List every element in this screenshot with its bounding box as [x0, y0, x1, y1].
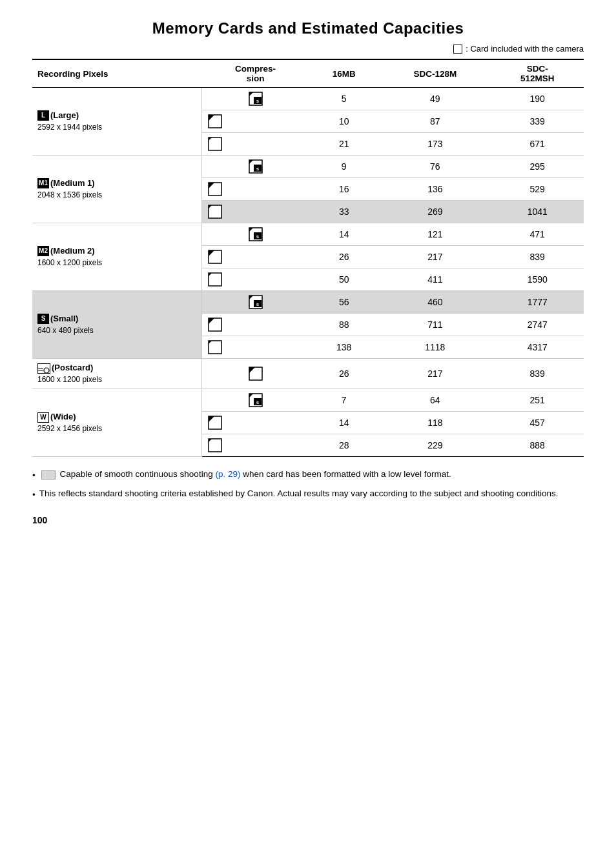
value-512msh: 339	[491, 110, 584, 133]
compression-cell: s	[202, 291, 309, 314]
value-128m: 173	[379, 133, 491, 156]
col-header-recording-pixels: Recording Pixels	[32, 59, 202, 88]
compression-cell	[202, 246, 309, 268]
svg-rect-6	[209, 137, 221, 150]
value-128m: 217	[379, 246, 491, 268]
value-16mb: 14	[309, 412, 379, 434]
svg-text:s: s	[256, 98, 260, 104]
value-128m: 87	[379, 110, 491, 133]
compression-cell	[202, 133, 309, 156]
recording-pixels-cell: M2(Medium 2)1600 x 1200 pixels	[32, 223, 202, 291]
value-16mb: 21	[309, 133, 379, 156]
label-cell: (Postcard)1600 x 1200 pixels	[37, 362, 196, 385]
value-128m: 711	[379, 314, 491, 336]
value-16mb: 10	[309, 110, 379, 133]
note-item-1: • Capable of smooth continuous shooting …	[32, 467, 584, 483]
svg-rect-43	[209, 439, 221, 452]
value-128m: 136	[379, 178, 491, 201]
compression-cell: s	[202, 223, 309, 246]
recording-pixels-cell: S(Small)640 x 480 pixels	[32, 291, 202, 359]
value-128m: 229	[379, 434, 491, 457]
col-header-128m: SDC-128M	[379, 59, 491, 88]
svg-rect-22	[209, 273, 221, 286]
value-512msh: 471	[491, 223, 584, 246]
value-128m: 411	[379, 268, 491, 291]
compression-cell	[202, 268, 309, 291]
compression-cell: s	[202, 88, 309, 110]
note-text-1: Capable of smooth continuous shooting (p…	[39, 467, 451, 481]
bullet-2: •	[32, 488, 36, 502]
value-16mb: 5	[309, 88, 379, 110]
value-16mb: 50	[309, 268, 379, 291]
value-512msh: 1590	[491, 268, 584, 291]
value-128m: 217	[379, 359, 491, 389]
value-16mb: 26	[309, 246, 379, 268]
value-16mb: 7	[309, 389, 379, 412]
label-cell: M1(Medium 1)2048 x 1536 pixels	[37, 177, 196, 201]
compression-cell	[202, 434, 309, 457]
value-512msh: 1777	[491, 291, 584, 314]
value-128m: 118	[379, 412, 491, 434]
svg-text:s: s	[256, 166, 260, 172]
compression-cell: s	[202, 389, 309, 412]
link-p29[interactable]: (p. 29)	[215, 469, 240, 479]
page-title: Memory Cards and Estimated Capacities	[32, 19, 584, 37]
card-note-text: : Card included with the camera	[466, 44, 584, 54]
col-header-512msh: SDC-512MSH	[491, 59, 584, 88]
col-header-compression: Compres-sion	[202, 59, 309, 88]
value-512msh: 4317	[491, 336, 584, 359]
value-512msh: 457	[491, 412, 584, 434]
compression-cell	[202, 314, 309, 336]
card-note: : Card included with the camera	[32, 44, 584, 54]
label-cell: S(Small)640 x 480 pixels	[37, 313, 196, 336]
value-512msh: 671	[491, 133, 584, 156]
note-item-2: • This reflects standard shooting criter…	[32, 487, 584, 502]
page-number: 100	[32, 515, 584, 525]
value-16mb: 138	[309, 336, 379, 359]
label-cell: W(Wide)2592 x 1456 pixels	[37, 411, 196, 434]
recording-pixels-cell: L(Large)2592 x 1944 pixels	[32, 88, 202, 156]
value-128m: 460	[379, 291, 491, 314]
svg-point-32	[44, 368, 49, 373]
value-128m: 76	[379, 156, 491, 178]
compression-cell	[202, 336, 309, 359]
compression-cell	[202, 359, 309, 389]
value-16mb: 33	[309, 201, 379, 223]
value-512msh: 190	[491, 88, 584, 110]
value-16mb: 88	[309, 314, 379, 336]
compression-cell	[202, 178, 309, 201]
card-box-icon	[453, 45, 462, 54]
swatch-icon	[41, 470, 56, 479]
value-16mb: 56	[309, 291, 379, 314]
value-16mb: 26	[309, 359, 379, 389]
compression-cell	[202, 201, 309, 223]
value-128m: 49	[379, 88, 491, 110]
recording-pixels-cell: W(Wide)2592 x 1456 pixels	[32, 389, 202, 457]
value-512msh: 2747	[491, 314, 584, 336]
value-512msh: 529	[491, 178, 584, 201]
value-128m: 1118	[379, 336, 491, 359]
value-16mb: 16	[309, 178, 379, 201]
svg-text:s: s	[256, 301, 260, 307]
value-16mb: 14	[309, 223, 379, 246]
value-512msh: 295	[491, 156, 584, 178]
note-text-2: This reflects standard shooting criteria…	[39, 487, 559, 501]
compression-cell	[202, 110, 309, 133]
svg-rect-30	[209, 341, 221, 354]
svg-text:s: s	[256, 234, 260, 239]
value-512msh: 888	[491, 434, 584, 457]
value-512msh: 251	[491, 389, 584, 412]
compression-cell: s	[202, 156, 309, 178]
value-128m: 269	[379, 201, 491, 223]
notes-section: • Capable of smooth continuous shooting …	[32, 467, 584, 501]
value-512msh: 839	[491, 246, 584, 268]
value-16mb: 9	[309, 156, 379, 178]
svg-text:s: s	[256, 399, 260, 405]
value-128m: 64	[379, 389, 491, 412]
label-cell: M2(Medium 2)1600 x 1200 pixels	[37, 245, 196, 268]
recording-pixels-cell: (Postcard)1600 x 1200 pixels	[32, 359, 202, 389]
value-128m: 121	[379, 223, 491, 246]
svg-rect-14	[209, 205, 221, 218]
label-cell: L(Large)2592 x 1944 pixels	[37, 110, 196, 133]
value-512msh: 839	[491, 359, 584, 389]
